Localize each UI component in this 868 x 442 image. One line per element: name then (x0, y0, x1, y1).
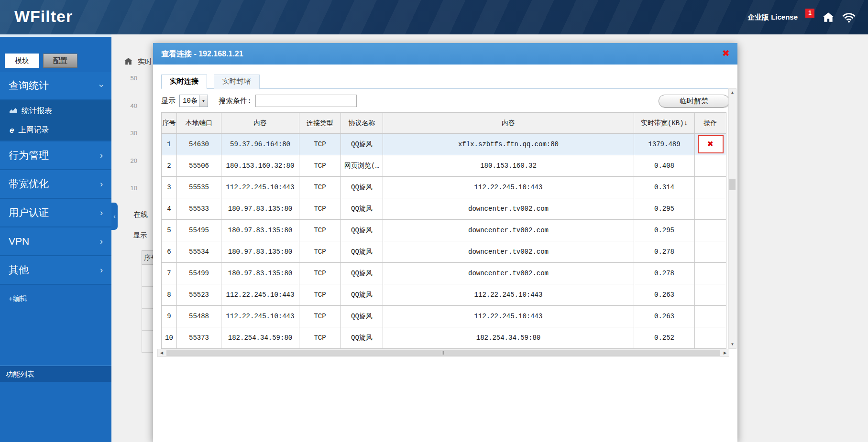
column-header[interactable]: 操作 (695, 113, 726, 134)
table-cell: 网页浏览(… (341, 155, 383, 177)
table-row[interactable]: 1055373182.254.34.59:80TCPQQ旋风182.254.34… (162, 327, 726, 349)
menu-label: 带宽优化 (9, 177, 49, 191)
temporary-unblock-button[interactable]: 临时解禁 (659, 95, 729, 108)
sidebar-item-behavior[interactable]: 行为管理 › (0, 141, 111, 170)
sidebar-item-web-records[interactable]: e 上网记录 (0, 120, 111, 140)
table-row[interactable]: 255506180.153.160.32:80TCP网页浏览(…180.153.… (162, 155, 726, 177)
sidebar-item-vpn[interactable]: VPN › (0, 227, 111, 256)
sidebar-item-others[interactable]: 其他 › (0, 256, 111, 285)
sidebar-footer-function-list[interactable]: 功能列表 (0, 366, 111, 382)
table-cell: 55534 (177, 241, 221, 263)
scroll-right-arrow-icon[interactable]: ▶ (721, 349, 729, 356)
table-cell: 112.22.245.10:443 (221, 284, 299, 306)
scroll-down-arrow-icon[interactable]: ▼ (729, 341, 736, 348)
table-cell: 55373 (177, 327, 221, 349)
table-row[interactable]: 955488112.22.245.10:443TCPQQ旋风112.22.245… (162, 306, 726, 327)
horizontal-scrollbar[interactable]: ◀ ▶ (157, 349, 729, 357)
search-input[interactable] (255, 95, 357, 107)
column-header[interactable]: 内容 (221, 113, 299, 134)
table-toolbar: 显示 10条 ▼ 搜索条件: 临时解禁 (161, 94, 729, 108)
submenu-label: 上网记录 (18, 125, 49, 135)
header-actions: 企业版 License 1 (747, 0, 856, 34)
tab-realtime-blocking[interactable]: 实时封堵 (214, 75, 260, 89)
table-cell: TCP (299, 306, 341, 327)
table-cell: 55533 (177, 198, 221, 220)
chart-icon (10, 107, 17, 115)
page-size-value: 10条 (180, 95, 199, 107)
table-cell: 1379.489 (634, 134, 695, 155)
table-cell: 0.408 (634, 155, 695, 177)
close-icon[interactable]: ✖ (722, 48, 730, 59)
sidebar-item-auth[interactable]: 用户认证 › (0, 199, 111, 227)
table-cell: TCP (299, 241, 341, 263)
column-header[interactable]: 内容 (383, 113, 634, 134)
table-cell: QQ旋风 (341, 198, 383, 220)
table-cell: xflx.szbtfs.ftn.qq.com:80 (383, 134, 634, 155)
column-header[interactable]: 连接类型 (299, 113, 341, 134)
sidebar-item-query-stats[interactable]: 查询统计 › (0, 72, 111, 100)
table-cell: 180.97.83.135:80 (221, 198, 299, 220)
table-row[interactable]: 655534180.97.83.135:80TCPQQ旋风downcenter.… (162, 241, 726, 263)
table-row[interactable]: 15463059.37.96.164:80TCPQQ旋风xflx.szbtfs.… (162, 134, 726, 155)
table-cell: 182.254.34.59:80 (383, 327, 634, 349)
submenu-label: 统计报表 (22, 106, 52, 116)
wifi-icon[interactable] (842, 12, 856, 22)
table-row[interactable]: 355535112.22.245.10:443TCPQQ旋风112.22.245… (162, 177, 726, 198)
select-dropdown-arrow-icon[interactable]: ▼ (199, 95, 208, 107)
table-cell: TCP (299, 220, 341, 241)
connections-table: 序号本地端口内容连接类型协议名称内容实时带宽(KB)↓操作 15463059.3… (161, 112, 726, 349)
table-cell: 0.295 (634, 198, 695, 220)
sidebar-menu: 查询统计 › 统计报表 e 上网记录 行为管理 › 带宽优化 › 用户认证 (0, 72, 111, 303)
table-cell: 112.22.245.10:443 (383, 284, 634, 306)
notification-badge[interactable]: 1 (805, 9, 814, 18)
operation-cell: ✖ (695, 134, 726, 155)
page-size-select[interactable]: 10条 ▼ (179, 95, 208, 107)
table-cell: 1 (162, 134, 177, 155)
operation-cell (695, 306, 726, 327)
home-icon[interactable] (822, 12, 835, 22)
column-header[interactable]: 协议名称 (341, 113, 383, 134)
table-cell: QQ旋风 (341, 263, 383, 284)
table-cell: downcenter.tv002.com (383, 263, 634, 284)
vertical-scroll-thumb[interactable] (729, 179, 736, 190)
table-cell: 0.278 (634, 241, 695, 263)
browser-icon: e (10, 126, 14, 134)
tab-config[interactable]: 配置 (43, 54, 77, 68)
dialog-title: 查看连接 - 192.168.1.21 (161, 43, 243, 65)
scroll-left-arrow-icon[interactable]: ◀ (158, 349, 165, 356)
table-cell: 112.22.245.10:443 (221, 177, 299, 198)
table-cell: 5 (162, 220, 177, 241)
sidebar-item-statistics-report[interactable]: 统计报表 (0, 101, 111, 120)
horizontal-scroll-thumb[interactable] (166, 350, 720, 356)
chevron-right-icon: › (100, 151, 103, 161)
table-cell: 180.97.83.135:80 (221, 263, 299, 284)
column-header[interactable]: 本地端口 (177, 113, 221, 134)
table-cell: TCP (299, 177, 341, 198)
menu-label: 行为管理 (9, 149, 49, 162)
table-cell: 112.22.245.10:443 (383, 306, 634, 327)
table-cell: 55523 (177, 284, 221, 306)
column-header[interactable]: 序号 (162, 113, 177, 134)
table-row[interactable]: 555495180.97.83.135:80TCPQQ旋风downcenter.… (162, 220, 726, 241)
tab-modules[interactable]: 模块 (5, 54, 39, 68)
column-header[interactable]: 实时带宽(KB)↓ (634, 113, 695, 134)
query-stats-submenu: 统计报表 e 上网记录 (0, 100, 111, 141)
sidebar-item-bandwidth[interactable]: 带宽优化 › (0, 170, 111, 199)
app-logo: WFilter (14, 7, 73, 26)
table-cell: 8 (162, 284, 177, 306)
table-row[interactable]: 755499180.97.83.135:80TCPQQ旋风downcenter.… (162, 263, 726, 284)
display-label: 显示 (161, 97, 176, 106)
table-row[interactable]: 455533180.97.83.135:80TCPQQ旋风downcenter.… (162, 198, 726, 220)
sidebar-collapse-handle[interactable]: ‹ (111, 203, 118, 230)
edit-link[interactable]: +编辑 (0, 294, 111, 303)
table-cell: 0.252 (634, 327, 695, 349)
operation-cell (695, 284, 726, 306)
block-connection-button[interactable]: ✖ (698, 135, 724, 153)
operation-cell (695, 177, 726, 198)
dialog-titlebar[interactable]: 查看连接 - 192.168.1.21 ✖ (153, 43, 737, 65)
table-row[interactable]: 855523112.22.245.10:443TCPQQ旋风112.22.245… (162, 284, 726, 306)
tab-realtime-connections[interactable]: 实时连接 (161, 75, 207, 89)
scroll-up-arrow-icon[interactable]: ▲ (729, 89, 736, 97)
table-cell: 55499 (177, 263, 221, 284)
vertical-scrollbar[interactable]: ▲ ▼ (728, 88, 736, 349)
